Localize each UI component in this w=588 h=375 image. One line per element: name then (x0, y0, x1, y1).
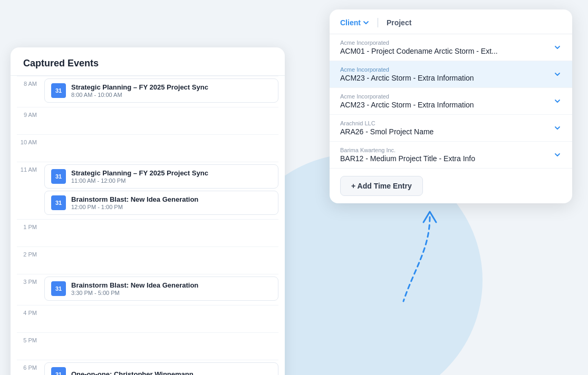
time-label-8am: 8 AM (17, 76, 42, 87)
time-row-4pm: 4 PM (17, 305, 278, 332)
dropdown-item-5[interactable]: Barima Kwarteng Inc. BAR12 - Medium Proj… (330, 142, 572, 169)
event-time-4: 3:30 PM - 5:00 PM (71, 290, 198, 296)
calendar-body: 8 AM 31 Strategic Planning – FY 2025 Pro… (11, 76, 285, 375)
panel-header: Captured Events (11, 47, 285, 76)
event-details-2: Strategic Planning – FY 2025 Project Syn… (71, 169, 208, 184)
tab-project[interactable]: Project (387, 18, 411, 27)
time-content-6pm: 31 One-on-one: Christopher Winnemann (42, 360, 278, 375)
event-card-3[interactable]: 31 Brainstorm Blast: New Idea Generation… (44, 191, 278, 215)
event-time-1: 8:00 AM - 10:00 AM (71, 92, 208, 98)
dropdown-item-project-3: ACM23 - Arctic Storm - Extra Information (340, 101, 474, 109)
dropdown-item-project-4: ARA26 - Smol Project Name (340, 127, 433, 136)
time-label-1pm: 1 PM (17, 220, 42, 230)
time-row-8am: 8 AM 31 Strategic Planning – FY 2025 Pro… (17, 76, 278, 107)
time-content-2pm (42, 247, 278, 251)
chevron-down-icon-5 (553, 151, 562, 159)
time-row-11am: 11 AM 31 Strategic Planning – FY 2025 Pr… (17, 162, 278, 219)
event-title-4: Brainstorm Blast: New Idea Generation (71, 281, 198, 289)
time-label-4pm: 4 PM (17, 305, 42, 316)
add-time-entry-button[interactable]: + Add Time Entry (340, 176, 423, 196)
time-label-9am: 9 AM (17, 107, 42, 118)
dropdown-item-client-3: Acme Incorporated (340, 93, 474, 100)
dropdown-item-3[interactable]: Acme Incorporated ACM23 - Arctic Storm -… (330, 88, 572, 115)
dropdown-panel: Client Project Acme Incorporated ACM01 -… (330, 9, 572, 203)
dropdown-item-client-2: Acme Incorporated (340, 66, 474, 73)
calendar-icon-2: 31 (51, 169, 66, 184)
time-row-1pm: 1 PM (17, 219, 278, 246)
time-content-5pm (42, 333, 278, 337)
event-card-2[interactable]: 31 Strategic Planning – FY 2025 Project … (44, 164, 278, 189)
tab-client-label: Client (340, 18, 361, 27)
dropdown-item-content-5: Barima Kwarteng Inc. BAR12 - Medium Proj… (340, 147, 475, 163)
event-card-4[interactable]: 31 Brainstorm Blast: New Idea Generation… (44, 277, 278, 301)
time-row-6pm: 6 PM 31 One-on-one: Christopher Winneman… (17, 360, 278, 375)
time-label-10am: 10 AM (17, 135, 42, 145)
captured-events-panel: Captured Events 8 AM 31 Strategic Planni… (11, 47, 285, 375)
dropdown-item-4[interactable]: Arachnid LLC ARA26 - Smol Project Name (330, 115, 572, 142)
event-details-3: Brainstorm Blast: New Idea Generation 12… (71, 195, 198, 210)
time-content-1pm (42, 220, 278, 224)
time-row-2pm: 2 PM (17, 246, 278, 274)
time-label-3pm: 3 PM (17, 274, 42, 285)
event-time-2: 11:00 AM - 12:00 PM (71, 177, 208, 184)
event-title-3: Brainstorm Blast: New Idea Generation (71, 195, 198, 203)
dropdown-item-content-1: Acme Incorporated ACM01 - Project Codena… (340, 40, 498, 55)
tab-project-label: Project (387, 18, 411, 27)
chevron-down-icon-2 (553, 70, 562, 78)
dropdown-item-2[interactable]: Acme Incorporated ACM23 - Arctic Storm -… (330, 61, 572, 88)
time-content-8am: 31 Strategic Planning – FY 2025 Project … (42, 76, 278, 107)
event-title-5: One-on-one: Christopher Winnemann (71, 370, 194, 375)
dropdown-item-1[interactable]: Acme Incorporated ACM01 - Project Codena… (330, 34, 572, 61)
dropdown-item-content-2: Acme Incorporated ACM23 - Arctic Storm -… (340, 66, 474, 82)
dropdown-header: Client Project (330, 9, 572, 34)
dropdown-item-content-3: Acme Incorporated ACM23 - Arctic Storm -… (340, 93, 474, 109)
time-label-6pm: 6 PM (17, 360, 42, 371)
time-label-2pm: 2 PM (17, 247, 42, 258)
calendar-icon-1: 31 (51, 83, 66, 98)
event-time-3: 12:00 PM - 1:00 PM (71, 204, 198, 210)
dropdown-list: Acme Incorporated ACM01 - Project Codena… (330, 34, 572, 169)
time-row-10am: 10 AM (17, 134, 278, 162)
calendar-icon-3: 31 (51, 195, 66, 210)
panel-title: Captured Events (23, 58, 99, 68)
time-content-3pm: 31 Brainstorm Blast: New Idea Generation… (42, 274, 278, 305)
time-label-5pm: 5 PM (17, 333, 42, 343)
event-details-4: Brainstorm Blast: New Idea Generation 3:… (71, 281, 198, 296)
event-card-1[interactable]: 31 Strategic Planning – FY 2025 Project … (44, 78, 278, 103)
dropdown-item-client-4: Arachnid LLC (340, 120, 433, 126)
tab-divider (378, 18, 378, 27)
chevron-down-icon-client (363, 19, 369, 26)
dropdown-item-project-1: ACM01 - Project Codename Arctic Storm - … (340, 47, 498, 55)
dropdown-item-client-1: Acme Incorporated (340, 40, 498, 46)
event-details-5: One-on-one: Christopher Winnemann (71, 370, 194, 375)
time-content-11am: 31 Strategic Planning – FY 2025 Project … (42, 162, 278, 219)
event-card-5[interactable]: 31 One-on-one: Christopher Winnemann (44, 362, 278, 375)
dashed-arrow-svg (398, 206, 461, 322)
calendar-icon-4: 31 (51, 281, 66, 296)
chevron-down-icon-3 (553, 97, 562, 105)
chevron-down-icon-1 (553, 43, 562, 52)
dashed-arrow-container (398, 206, 461, 322)
time-row-3pm: 3 PM 31 Brainstorm Blast: New Idea Gener… (17, 274, 278, 305)
event-details-1: Strategic Planning – FY 2025 Project Syn… (71, 83, 208, 98)
time-content-9am (42, 107, 278, 112)
time-row-5pm: 5 PM (17, 332, 278, 360)
dropdown-item-project-5: BAR12 - Medium Project Title - Extra Inf… (340, 154, 475, 163)
tab-client[interactable]: Client (340, 18, 369, 27)
time-label-11am: 11 AM (17, 162, 42, 173)
calendar-icon-5: 31 (51, 367, 66, 375)
dropdown-item-client-5: Barima Kwarteng Inc. (340, 147, 475, 153)
time-content-10am (42, 135, 278, 139)
dropdown-item-project-2: ACM23 - Arctic Storm - Extra Information (340, 74, 474, 82)
event-title-1: Strategic Planning – FY 2025 Project Syn… (71, 83, 208, 91)
event-title-2: Strategic Planning – FY 2025 Project Syn… (71, 169, 208, 177)
time-row-9am: 9 AM (17, 107, 278, 134)
dropdown-item-content-4: Arachnid LLC ARA26 - Smol Project Name (340, 120, 433, 136)
time-content-4pm (42, 305, 278, 310)
chevron-down-icon-4 (553, 124, 562, 132)
